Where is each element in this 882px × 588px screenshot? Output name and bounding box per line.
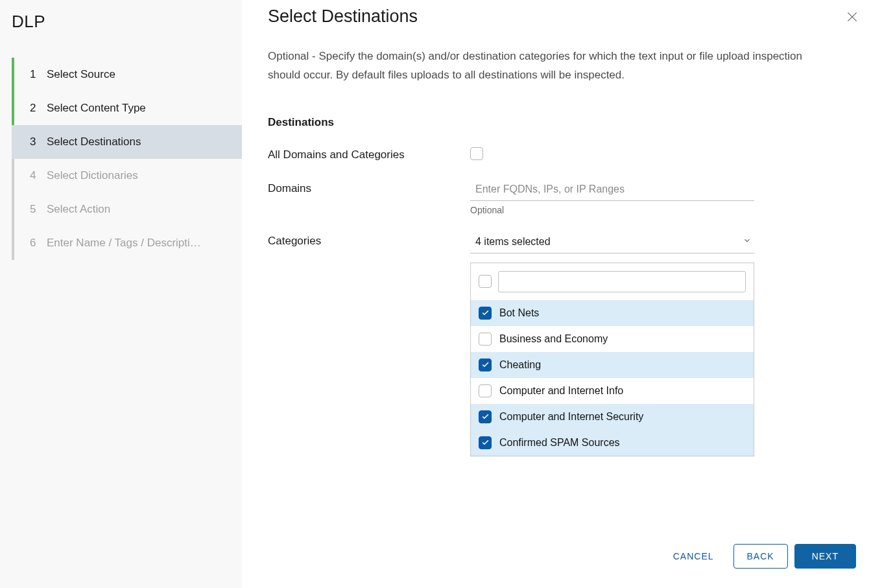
all-domains-label: All Domains and Categories (268, 147, 470, 161)
categories-search-input[interactable] (498, 271, 746, 292)
category-item[interactable]: Business and Economy (471, 326, 754, 352)
category-label: Bot Nets (499, 307, 539, 319)
categories-select-all-checkbox[interactable] (479, 275, 492, 288)
category-checkbox[interactable] (479, 410, 492, 423)
sidebar: DLP 1Select Source2Select Content Type3S… (0, 0, 242, 588)
back-button[interactable]: BACK (733, 544, 788, 569)
category-item[interactable]: Confirmed SPAM Sources (471, 430, 754, 456)
categories-summary-text: 4 items selected (475, 236, 551, 248)
chevron-down-icon (743, 236, 752, 248)
wizard-footer: CANCEL BACK NEXT (242, 532, 882, 588)
category-checkbox[interactable] (479, 436, 492, 449)
category-label: Business and Economy (499, 333, 608, 345)
step-num: 1 (30, 68, 43, 81)
next-button[interactable]: NEXT (794, 544, 856, 569)
categories-list[interactable]: Bot NetsBusiness and EconomyCheatingComp… (471, 300, 754, 456)
step-num: 2 (30, 102, 43, 115)
destinations-heading: Destinations (268, 116, 856, 129)
category-checkbox[interactable] (479, 307, 492, 320)
step-label: Enter Name / Tags / Descripti… (47, 237, 201, 250)
wizard-step-3[interactable]: 3Select Destinations (12, 125, 242, 159)
category-label: Computer and Internet Info (499, 385, 623, 397)
step-num: 5 (30, 203, 43, 216)
category-checkbox[interactable] (479, 333, 492, 346)
category-item[interactable]: Bot Nets (471, 300, 754, 326)
step-num: 4 (30, 169, 43, 182)
category-item[interactable]: Cheating (471, 352, 754, 378)
cancel-button[interactable]: CANCEL (660, 544, 727, 569)
step-num: 6 (30, 237, 43, 250)
sidebar-title: DLP (12, 12, 242, 32)
all-domains-checkbox[interactable] (470, 147, 483, 160)
close-icon (846, 10, 859, 23)
category-label: Cheating (499, 359, 541, 371)
wizard-step-1[interactable]: 1Select Source (12, 58, 242, 91)
category-checkbox[interactable] (479, 384, 492, 397)
step-label: Select Action (47, 203, 110, 216)
page-description: Optional - Specify the domain(s) and/or … (242, 29, 882, 85)
close-button[interactable] (842, 6, 863, 29)
domains-label: Domains (268, 181, 470, 195)
step-label: Select Dictionaries (47, 169, 138, 182)
step-num: 3 (30, 135, 43, 148)
step-label: Select Content Type (47, 102, 146, 115)
category-label: Computer and Internet Security (499, 411, 643, 423)
step-label: Select Source (47, 68, 115, 81)
wizard-step-2[interactable]: 2Select Content Type (12, 91, 242, 125)
category-item[interactable]: Computer and Internet Info (471, 378, 754, 404)
category-label: Confirmed SPAM Sources (499, 437, 620, 449)
step-label: Select Destinations (47, 135, 141, 148)
domains-helper: Optional (470, 205, 754, 215)
main: Select Destinations Optional - Specify t… (242, 0, 882, 588)
category-item[interactable]: Computer and Internet Security (471, 404, 754, 430)
page-title: Select Destinations (268, 6, 418, 27)
categories-label: Categories (268, 233, 470, 248)
wizard-step-5[interactable]: 5Select Action (12, 193, 242, 226)
wizard-step-4[interactable]: 4Select Dictionaries (12, 159, 242, 193)
domains-input[interactable] (470, 181, 754, 201)
category-checkbox[interactable] (479, 359, 492, 371)
wizard-step-6[interactable]: 6Enter Name / Tags / Descripti… (12, 226, 242, 260)
categories-dropdown-toggle[interactable]: 4 items selected (470, 233, 754, 253)
categories-dropdown-panel: Bot NetsBusiness and EconomyCheatingComp… (470, 263, 754, 456)
wizard-steps: 1Select Source2Select Content Type3Selec… (12, 58, 242, 260)
